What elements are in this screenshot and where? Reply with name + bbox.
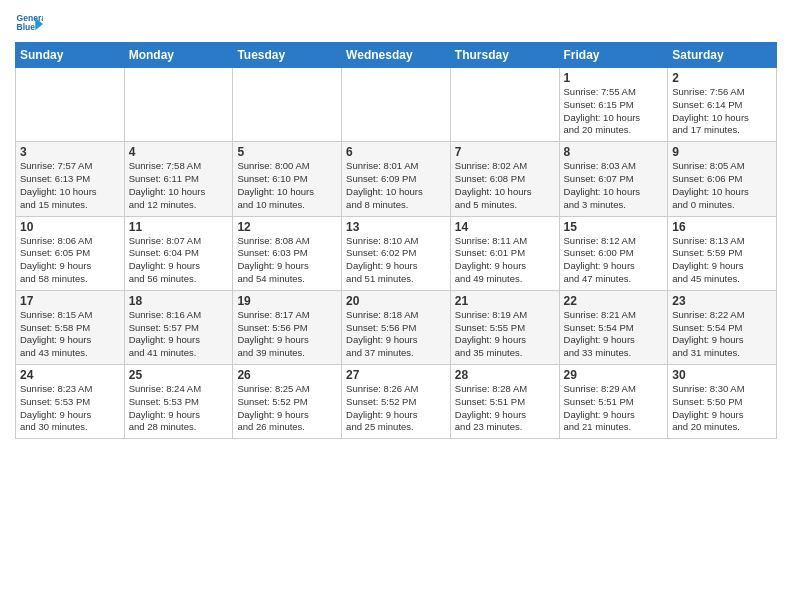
day-number: 24 xyxy=(20,368,120,382)
calendar-day-cell: 23Sunrise: 8:22 AM Sunset: 5:54 PM Dayli… xyxy=(668,290,777,364)
calendar-day-cell: 5Sunrise: 8:00 AM Sunset: 6:10 PM Daylig… xyxy=(233,142,342,216)
calendar-day-cell: 15Sunrise: 8:12 AM Sunset: 6:00 PM Dayli… xyxy=(559,216,668,290)
calendar-week-row: 1Sunrise: 7:55 AM Sunset: 6:15 PM Daylig… xyxy=(16,68,777,142)
calendar-day-cell: 6Sunrise: 8:01 AM Sunset: 6:09 PM Daylig… xyxy=(342,142,451,216)
day-info: Sunrise: 7:55 AM Sunset: 6:15 PM Dayligh… xyxy=(564,86,664,137)
day-number: 1 xyxy=(564,71,664,85)
day-info: Sunrise: 8:19 AM Sunset: 5:55 PM Dayligh… xyxy=(455,309,555,360)
day-info: Sunrise: 8:11 AM Sunset: 6:01 PM Dayligh… xyxy=(455,235,555,286)
calendar-week-row: 10Sunrise: 8:06 AM Sunset: 6:05 PM Dayli… xyxy=(16,216,777,290)
calendar-day-cell: 24Sunrise: 8:23 AM Sunset: 5:53 PM Dayli… xyxy=(16,365,125,439)
calendar-day-cell: 26Sunrise: 8:25 AM Sunset: 5:52 PM Dayli… xyxy=(233,365,342,439)
calendar-day-cell: 29Sunrise: 8:29 AM Sunset: 5:51 PM Dayli… xyxy=(559,365,668,439)
calendar-day-cell: 28Sunrise: 8:28 AM Sunset: 5:51 PM Dayli… xyxy=(450,365,559,439)
weekday-header: Wednesday xyxy=(342,43,451,68)
day-number: 29 xyxy=(564,368,664,382)
day-number: 10 xyxy=(20,220,120,234)
day-info: Sunrise: 8:29 AM Sunset: 5:51 PM Dayligh… xyxy=(564,383,664,434)
day-info: Sunrise: 8:17 AM Sunset: 5:56 PM Dayligh… xyxy=(237,309,337,360)
calendar-day-cell: 12Sunrise: 8:08 AM Sunset: 6:03 PM Dayli… xyxy=(233,216,342,290)
calendar-week-row: 17Sunrise: 8:15 AM Sunset: 5:58 PM Dayli… xyxy=(16,290,777,364)
calendar-day-cell: 16Sunrise: 8:13 AM Sunset: 5:59 PM Dayli… xyxy=(668,216,777,290)
calendar-week-row: 24Sunrise: 8:23 AM Sunset: 5:53 PM Dayli… xyxy=(16,365,777,439)
weekday-header: Sunday xyxy=(16,43,125,68)
calendar-day-cell: 7Sunrise: 8:02 AM Sunset: 6:08 PM Daylig… xyxy=(450,142,559,216)
day-number: 28 xyxy=(455,368,555,382)
day-number: 19 xyxy=(237,294,337,308)
day-info: Sunrise: 8:24 AM Sunset: 5:53 PM Dayligh… xyxy=(129,383,229,434)
day-number: 9 xyxy=(672,145,772,159)
day-info: Sunrise: 7:57 AM Sunset: 6:13 PM Dayligh… xyxy=(20,160,120,211)
day-number: 25 xyxy=(129,368,229,382)
day-info: Sunrise: 8:28 AM Sunset: 5:51 PM Dayligh… xyxy=(455,383,555,434)
weekday-header: Tuesday xyxy=(233,43,342,68)
logo-icon: General Blue xyxy=(15,10,43,38)
day-number: 13 xyxy=(346,220,446,234)
day-info: Sunrise: 8:06 AM Sunset: 6:05 PM Dayligh… xyxy=(20,235,120,286)
calendar-day-cell xyxy=(16,68,125,142)
day-number: 8 xyxy=(564,145,664,159)
calendar-day-cell: 3Sunrise: 7:57 AM Sunset: 6:13 PM Daylig… xyxy=(16,142,125,216)
day-number: 11 xyxy=(129,220,229,234)
calendar-day-cell: 9Sunrise: 8:05 AM Sunset: 6:06 PM Daylig… xyxy=(668,142,777,216)
calendar-day-cell: 13Sunrise: 8:10 AM Sunset: 6:02 PM Dayli… xyxy=(342,216,451,290)
day-number: 14 xyxy=(455,220,555,234)
day-number: 15 xyxy=(564,220,664,234)
day-info: Sunrise: 7:56 AM Sunset: 6:14 PM Dayligh… xyxy=(672,86,772,137)
day-number: 22 xyxy=(564,294,664,308)
calendar-day-cell: 1Sunrise: 7:55 AM Sunset: 6:15 PM Daylig… xyxy=(559,68,668,142)
weekday-header: Saturday xyxy=(668,43,777,68)
day-info: Sunrise: 7:58 AM Sunset: 6:11 PM Dayligh… xyxy=(129,160,229,211)
calendar-day-cell: 10Sunrise: 8:06 AM Sunset: 6:05 PM Dayli… xyxy=(16,216,125,290)
day-info: Sunrise: 8:26 AM Sunset: 5:52 PM Dayligh… xyxy=(346,383,446,434)
day-info: Sunrise: 8:07 AM Sunset: 6:04 PM Dayligh… xyxy=(129,235,229,286)
weekday-header: Monday xyxy=(124,43,233,68)
calendar-day-cell: 18Sunrise: 8:16 AM Sunset: 5:57 PM Dayli… xyxy=(124,290,233,364)
day-info: Sunrise: 8:25 AM Sunset: 5:52 PM Dayligh… xyxy=(237,383,337,434)
calendar-day-cell: 2Sunrise: 7:56 AM Sunset: 6:14 PM Daylig… xyxy=(668,68,777,142)
calendar-day-cell xyxy=(450,68,559,142)
calendar-day-cell: 17Sunrise: 8:15 AM Sunset: 5:58 PM Dayli… xyxy=(16,290,125,364)
day-info: Sunrise: 8:21 AM Sunset: 5:54 PM Dayligh… xyxy=(564,309,664,360)
weekday-header-row: SundayMondayTuesdayWednesdayThursdayFrid… xyxy=(16,43,777,68)
calendar-day-cell: 30Sunrise: 8:30 AM Sunset: 5:50 PM Dayli… xyxy=(668,365,777,439)
day-number: 5 xyxy=(237,145,337,159)
day-info: Sunrise: 8:30 AM Sunset: 5:50 PM Dayligh… xyxy=(672,383,772,434)
day-number: 6 xyxy=(346,145,446,159)
day-info: Sunrise: 8:08 AM Sunset: 6:03 PM Dayligh… xyxy=(237,235,337,286)
day-number: 26 xyxy=(237,368,337,382)
day-info: Sunrise: 8:05 AM Sunset: 6:06 PM Dayligh… xyxy=(672,160,772,211)
day-info: Sunrise: 8:01 AM Sunset: 6:09 PM Dayligh… xyxy=(346,160,446,211)
day-info: Sunrise: 8:18 AM Sunset: 5:56 PM Dayligh… xyxy=(346,309,446,360)
day-number: 21 xyxy=(455,294,555,308)
weekday-header: Thursday xyxy=(450,43,559,68)
day-info: Sunrise: 8:02 AM Sunset: 6:08 PM Dayligh… xyxy=(455,160,555,211)
weekday-header: Friday xyxy=(559,43,668,68)
day-info: Sunrise: 8:23 AM Sunset: 5:53 PM Dayligh… xyxy=(20,383,120,434)
calendar-day-cell: 4Sunrise: 7:58 AM Sunset: 6:11 PM Daylig… xyxy=(124,142,233,216)
calendar-day-cell: 8Sunrise: 8:03 AM Sunset: 6:07 PM Daylig… xyxy=(559,142,668,216)
calendar-day-cell: 14Sunrise: 8:11 AM Sunset: 6:01 PM Dayli… xyxy=(450,216,559,290)
logo: General Blue xyxy=(15,10,45,38)
calendar-day-cell: 19Sunrise: 8:17 AM Sunset: 5:56 PM Dayli… xyxy=(233,290,342,364)
page-header: General Blue xyxy=(15,10,777,38)
calendar-day-cell xyxy=(233,68,342,142)
calendar-day-cell xyxy=(342,68,451,142)
day-number: 23 xyxy=(672,294,772,308)
day-info: Sunrise: 8:10 AM Sunset: 6:02 PM Dayligh… xyxy=(346,235,446,286)
calendar-day-cell xyxy=(124,68,233,142)
day-number: 12 xyxy=(237,220,337,234)
svg-text:Blue: Blue xyxy=(17,22,36,32)
day-number: 2 xyxy=(672,71,772,85)
calendar-day-cell: 20Sunrise: 8:18 AM Sunset: 5:56 PM Dayli… xyxy=(342,290,451,364)
calendar-day-cell: 21Sunrise: 8:19 AM Sunset: 5:55 PM Dayli… xyxy=(450,290,559,364)
day-number: 7 xyxy=(455,145,555,159)
calendar-week-row: 3Sunrise: 7:57 AM Sunset: 6:13 PM Daylig… xyxy=(16,142,777,216)
day-info: Sunrise: 8:22 AM Sunset: 5:54 PM Dayligh… xyxy=(672,309,772,360)
calendar-table: SundayMondayTuesdayWednesdayThursdayFrid… xyxy=(15,42,777,439)
day-number: 17 xyxy=(20,294,120,308)
day-info: Sunrise: 8:16 AM Sunset: 5:57 PM Dayligh… xyxy=(129,309,229,360)
day-number: 3 xyxy=(20,145,120,159)
day-info: Sunrise: 8:13 AM Sunset: 5:59 PM Dayligh… xyxy=(672,235,772,286)
calendar-day-cell: 22Sunrise: 8:21 AM Sunset: 5:54 PM Dayli… xyxy=(559,290,668,364)
